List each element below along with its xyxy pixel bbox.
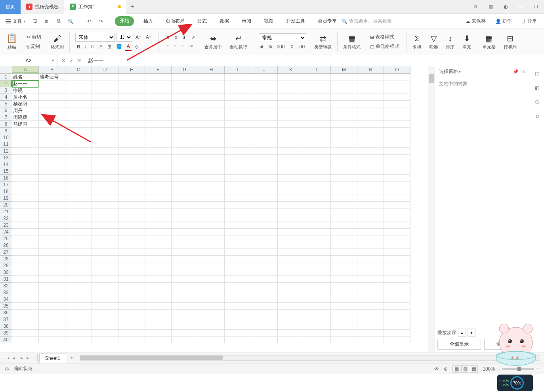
cell[interactable]: [12, 235, 39, 242]
bold-button[interactable]: B: [75, 43, 82, 50]
cell[interactable]: [304, 303, 331, 310]
cell[interactable]: [145, 316, 172, 323]
cell[interactable]: [12, 229, 39, 235]
cell[interactable]: [278, 74, 304, 80]
cell[interactable]: [92, 242, 118, 249]
cell[interactable]: [278, 80, 304, 87]
cell[interactable]: [304, 87, 331, 94]
cell[interactable]: [198, 337, 225, 343]
number-format-select[interactable]: 常规: [259, 33, 306, 42]
ribbon-tab-data[interactable]: 数据: [216, 16, 232, 26]
cell[interactable]: [12, 337, 39, 343]
cell[interactable]: [225, 168, 251, 175]
cell[interactable]: [198, 161, 225, 168]
cell[interactable]: [278, 107, 304, 114]
cell[interactable]: [278, 229, 304, 235]
new-tab-button[interactable]: +: [126, 1, 138, 13]
row-header[interactable]: 14: [0, 161, 12, 168]
cell[interactable]: [118, 101, 145, 107]
row-header[interactable]: 39: [0, 330, 12, 337]
zoom-level[interactable]: 100%: [483, 366, 495, 372]
col-header[interactable]: N: [357, 66, 384, 73]
cell[interactable]: [145, 155, 172, 161]
cell[interactable]: [12, 256, 39, 262]
underline-button[interactable]: U: [90, 43, 96, 50]
cell[interactable]: [118, 310, 145, 316]
cell[interactable]: [331, 256, 357, 262]
hide-all-button[interactable]: 全部隐藏: [484, 339, 528, 350]
cell[interactable]: [118, 262, 145, 269]
thousands-button[interactable]: 000: [275, 43, 286, 50]
cell[interactable]: [198, 202, 225, 208]
row-header[interactable]: 35: [0, 303, 12, 310]
cell[interactable]: [92, 262, 118, 269]
pin-icon[interactable]: 📌: [513, 69, 519, 75]
cell[interactable]: [225, 101, 251, 107]
cell[interactable]: [225, 94, 251, 101]
cell[interactable]: [92, 101, 118, 107]
cell[interactable]: [198, 242, 225, 249]
cell[interactable]: [118, 202, 145, 208]
cell[interactable]: [172, 337, 198, 343]
cell[interactable]: [92, 249, 118, 256]
cell[interactable]: [12, 182, 39, 188]
layout-icon[interactable]: ⧉: [470, 2, 481, 12]
cell[interactable]: [172, 175, 198, 182]
cell[interactable]: [198, 101, 225, 107]
cell[interactable]: [118, 316, 145, 323]
cell[interactable]: [12, 296, 39, 303]
cell[interactable]: [225, 121, 251, 128]
cell[interactable]: [92, 283, 118, 289]
cell[interactable]: [251, 316, 278, 323]
sheet-prev-button[interactable]: ◂: [10, 354, 17, 361]
percent-button[interactable]: %: [266, 43, 274, 50]
cell[interactable]: [278, 121, 304, 128]
fill-icon[interactable]: ⬇: [464, 34, 470, 43]
cell[interactable]: [172, 94, 198, 101]
cell[interactable]: [39, 215, 65, 222]
col-header[interactable]: J: [251, 66, 278, 73]
cell[interactable]: [145, 188, 172, 195]
cell[interactable]: [172, 155, 198, 161]
cell[interactable]: [251, 87, 278, 94]
indent-button[interactable]: ⇥: [187, 42, 194, 50]
cell[interactable]: [331, 269, 357, 276]
cell[interactable]: [172, 182, 198, 188]
cell[interactable]: [92, 182, 118, 188]
cell[interactable]: [331, 303, 357, 310]
cell[interactable]: [357, 303, 384, 310]
cell[interactable]: [357, 148, 384, 155]
cell[interactable]: [172, 316, 198, 323]
cell[interactable]: [331, 316, 357, 323]
cell[interactable]: [357, 330, 384, 337]
collab-button[interactable]: 👤协作: [494, 17, 513, 25]
cell[interactable]: [384, 310, 410, 316]
cell[interactable]: [172, 222, 198, 229]
cell[interactable]: [39, 283, 65, 289]
cell[interactable]: [118, 276, 145, 283]
ribbon-tab-premium[interactable]: 会员专享: [315, 16, 340, 26]
cell[interactable]: [251, 80, 278, 87]
cell[interactable]: [304, 235, 331, 242]
command-search[interactable]: 🔍查找命令、搜索模板: [342, 18, 392, 25]
copy-button[interactable]: ⎘复制: [25, 42, 42, 51]
row-header[interactable]: 24: [0, 229, 12, 235]
cell[interactable]: [357, 269, 384, 276]
cell[interactable]: [278, 269, 304, 276]
cell[interactable]: 杨杨阳: [12, 101, 39, 107]
cell[interactable]: [145, 242, 172, 249]
tab-templates[interactable]: ✦找稻壳模板: [21, 0, 64, 14]
cell[interactable]: [384, 303, 410, 310]
cell[interactable]: [357, 80, 384, 87]
cell[interactable]: [384, 168, 410, 175]
cell[interactable]: [278, 101, 304, 107]
cell[interactable]: [357, 94, 384, 101]
cell[interactable]: [384, 242, 410, 249]
cut-button[interactable]: ✂剪切: [25, 33, 43, 41]
cell[interactable]: [198, 188, 225, 195]
minimize-button[interactable]: —: [515, 2, 526, 12]
cond-format-icon[interactable]: ▦: [348, 34, 356, 43]
cell[interactable]: [225, 161, 251, 168]
cell[interactable]: [12, 303, 39, 310]
cell[interactable]: [39, 202, 65, 208]
